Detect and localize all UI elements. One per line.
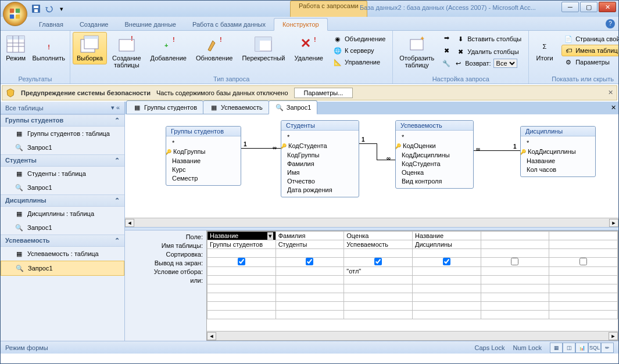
grid-cell[interactable] xyxy=(549,240,618,249)
passthrough-button[interactable]: 🌐К серверу xyxy=(331,45,388,56)
grid-cell[interactable] xyxy=(207,302,276,311)
delete-rows-icon[interactable]: ✖ xyxy=(442,46,451,55)
doctab-query1[interactable]: 🔍Запрос1 xyxy=(269,100,318,114)
update-button[interactable]: ! Обновление xyxy=(192,32,237,64)
table-box-students[interactable]: Студенты * КодСтудента КодГруппы Фамилия… xyxy=(281,120,359,197)
nav-group-disciplines[interactable]: Дисциплины⌃ xyxy=(1,194,124,207)
field-item[interactable]: Дата рождения xyxy=(287,186,353,194)
field-item[interactable]: КодДисциплины xyxy=(527,147,589,157)
show-checkbox[interactable] xyxy=(579,258,587,265)
builder-icon[interactable]: 🔧 xyxy=(442,59,451,68)
grid-cell[interactable]: Группы студентов xyxy=(207,240,276,249)
grid-cell[interactable] xyxy=(207,267,276,276)
grid-cell[interactable]: "отл" xyxy=(344,267,413,276)
tablenames-button[interactable]: 🏷Имена таблиц xyxy=(561,45,619,56)
parameters-button[interactable]: ⚙Параметры xyxy=(561,56,619,68)
grid-cell[interactable] xyxy=(412,258,481,267)
tab-dbtools[interactable]: Работа с базами данных xyxy=(184,19,274,30)
scroll-right-icon[interactable]: ► xyxy=(609,219,618,227)
grid-cell[interactable] xyxy=(549,276,618,284)
grid-cell[interactable] xyxy=(549,249,618,258)
scroll-left-icon[interactable]: ◄ xyxy=(125,219,134,227)
minimize-button[interactable]: ─ xyxy=(561,2,579,12)
grid-cell[interactable] xyxy=(207,284,276,293)
grid-cell[interactable]: Оценка xyxy=(344,232,413,240)
field-item[interactable]: Курс xyxy=(172,165,235,174)
grid-cell[interactable] xyxy=(481,302,549,311)
relationship-line[interactable] xyxy=(474,150,520,151)
view-button[interactable]: Режим xyxy=(3,32,28,64)
tab-external[interactable]: Внешние данные xyxy=(117,19,184,30)
office-button[interactable] xyxy=(3,2,27,26)
grid-cell[interactable]: Фамилия xyxy=(275,232,344,240)
field-item[interactable]: КодГруппы xyxy=(287,151,353,160)
field-item[interactable]: КодСтудента xyxy=(287,142,353,151)
grid-cell[interactable]: Название ▾ xyxy=(207,232,276,240)
field-item[interactable]: * xyxy=(172,139,235,147)
grid-cell[interactable] xyxy=(412,249,481,258)
datadef-button[interactable]: 📐Управление xyxy=(331,56,388,68)
tab-design[interactable]: Конструктор xyxy=(274,18,328,31)
field-item[interactable]: КодСтудента xyxy=(402,160,467,168)
grid-cell[interactable] xyxy=(207,276,276,284)
field-item[interactable]: Название xyxy=(527,157,589,165)
totals-button[interactable]: Σ Итоги xyxy=(531,32,558,64)
field-item[interactable]: КодГруппы xyxy=(172,147,235,157)
close-button[interactable]: ✕ xyxy=(599,2,616,12)
show-checkbox[interactable] xyxy=(238,258,245,265)
return-select[interactable]: Все xyxy=(493,59,517,68)
grid-cell[interactable] xyxy=(412,276,481,284)
grid-cell[interactable] xyxy=(549,311,618,319)
designer-hscroll[interactable]: ◄ ► xyxy=(125,218,618,227)
grid-cell[interactable] xyxy=(549,302,618,311)
grid-cell[interactable] xyxy=(549,284,618,293)
nav-item-disc-table[interactable]: ▦Дисциплины : таблица xyxy=(1,207,124,221)
grid-cell[interactable] xyxy=(344,284,413,293)
grid-cell[interactable]: Успеваемость xyxy=(344,240,413,249)
grid-cell[interactable] xyxy=(481,276,549,284)
query-design-surface[interactable]: Группы студентов * КодГруппы Название Ку… xyxy=(125,114,618,227)
grid-cell[interactable] xyxy=(275,302,344,311)
run-button[interactable]: ! Выполнить xyxy=(30,32,67,64)
nav-item-query1-a[interactable]: 🔍Запрос1 xyxy=(1,140,124,154)
nav-collapse-icon[interactable]: « xyxy=(116,104,120,111)
grid-cell[interactable] xyxy=(344,276,413,284)
relationship-line[interactable] xyxy=(377,143,377,160)
view-design-button[interactable]: ✏ xyxy=(601,343,614,353)
delete-query-button[interactable]: ! Удаление xyxy=(290,32,327,64)
grid-cell[interactable]: Название xyxy=(412,232,481,240)
grid-cell[interactable] xyxy=(481,284,549,293)
nav-item-progress-table[interactable]: ▦Успеваемость : таблица xyxy=(1,247,124,261)
relationship-line[interactable] xyxy=(377,160,395,160)
doctab-progress[interactable]: ▦Успеваемость xyxy=(203,100,269,114)
doctab-close-icon[interactable]: ✕ xyxy=(611,104,616,111)
nav-item-groups-table[interactable]: ▦Группы студентов : таблица xyxy=(1,127,124,140)
view-pivotchart-button[interactable]: 📊 xyxy=(575,343,588,353)
field-item[interactable]: * xyxy=(402,133,467,142)
select-query-button[interactable]: Выборка xyxy=(73,32,107,64)
grid-cell[interactable] xyxy=(344,311,413,319)
insert-cols-button[interactable]: ⬇Вставить столбцы xyxy=(453,33,524,45)
nav-item-query1-d[interactable]: 🔍Запрос1 xyxy=(1,261,124,276)
navpane-header[interactable]: Все таблицы ▾ « xyxy=(1,102,124,114)
grid-cell[interactable] xyxy=(275,276,344,284)
grid-cell[interactable] xyxy=(481,240,549,249)
grid-cell[interactable] xyxy=(412,302,481,311)
insert-rows-icon[interactable]: ➡ xyxy=(442,33,451,42)
field-item[interactable]: Вид контроля xyxy=(402,177,467,186)
grid-cell[interactable] xyxy=(207,311,276,319)
maketable-button[interactable]: ! Создание таблицы xyxy=(108,32,145,71)
grid-cell[interactable] xyxy=(549,293,618,302)
tab-create[interactable]: Создание xyxy=(71,19,117,30)
show-checkbox[interactable] xyxy=(443,258,450,265)
grid-cell[interactable] xyxy=(481,267,549,276)
nav-item-query1-b[interactable]: 🔍Запрос1 xyxy=(1,181,124,194)
table-box-disciplines[interactable]: Дисциплины * КодДисциплины Название Кол … xyxy=(520,126,596,177)
grid-cell[interactable] xyxy=(275,311,344,319)
grid-cell[interactable] xyxy=(412,267,481,276)
table-box-progress[interactable]: Успеваемость * КодОценки КодДисциплины К… xyxy=(395,120,474,189)
grid-cell[interactable] xyxy=(344,249,413,258)
propsheet-button[interactable]: 📄Страница свойств xyxy=(561,33,619,45)
field-item[interactable]: Кол часов xyxy=(527,165,589,174)
show-checkbox[interactable] xyxy=(511,258,518,265)
